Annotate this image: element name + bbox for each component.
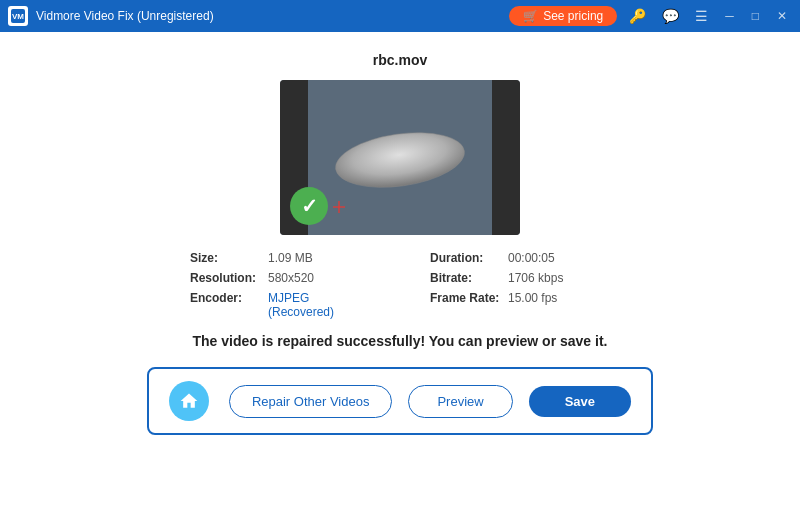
main-content: rbc.mov xyxy=(0,32,800,519)
resolution-value: 580x520 xyxy=(268,271,314,285)
app-title: Vidmore Video Fix (Unregistered) xyxy=(36,9,214,23)
cursor-icon xyxy=(333,201,345,213)
framerate-label: Frame Rate: xyxy=(430,291,502,305)
duration-value: 00:00:05 xyxy=(508,251,555,265)
home-button[interactable] xyxy=(169,381,209,421)
video-info-grid: Size: 1.09 MB Duration: 00:00:05 Resolut… xyxy=(190,251,610,319)
preview-button[interactable]: Preview xyxy=(408,385,512,418)
video-thumbnail-wrapper xyxy=(280,80,520,235)
size-value: 1.09 MB xyxy=(268,251,313,265)
title-bar-right: 🛒 See pricing 🔑 💬 ☰ ─ □ ✕ xyxy=(509,6,792,26)
success-message: The video is repaired successfully! You … xyxy=(193,333,608,349)
menu-icon[interactable]: ☰ xyxy=(691,6,712,26)
size-row: Size: 1.09 MB xyxy=(190,251,370,265)
bitrate-label: Bitrate: xyxy=(430,271,502,285)
repair-other-button[interactable]: Repair Other Videos xyxy=(229,385,393,418)
resolution-label: Resolution: xyxy=(190,271,262,285)
minimize-button[interactable]: ─ xyxy=(720,7,739,25)
action-bar: Repair Other Videos Preview Save xyxy=(147,367,653,435)
cart-icon: 🛒 xyxy=(523,9,538,23)
video-filename: rbc.mov xyxy=(373,52,427,68)
framerate-row: Frame Rate: 15.00 fps xyxy=(430,291,610,319)
video-preview-blob xyxy=(320,118,480,198)
framerate-value: 15.00 fps xyxy=(508,291,557,305)
bitrate-value: 1706 kbps xyxy=(508,271,563,285)
title-bar: VM Vidmore Video Fix (Unregistered) 🛒 Se… xyxy=(0,0,800,32)
bitrate-row: Bitrate: 1706 kbps xyxy=(430,271,610,285)
encoder-label: Encoder: xyxy=(190,291,262,305)
encoder-value: MJPEG (Recovered) xyxy=(268,291,370,319)
home-icon xyxy=(179,391,199,411)
size-label: Size: xyxy=(190,251,262,265)
app-logo: VM xyxy=(8,6,28,26)
resolution-row: Resolution: 580x520 xyxy=(190,271,370,285)
duration-row: Duration: 00:00:05 xyxy=(430,251,610,265)
svg-point-2 xyxy=(332,125,468,195)
success-badge xyxy=(290,187,328,225)
close-button[interactable]: ✕ xyxy=(772,7,792,25)
save-button[interactable]: Save xyxy=(529,386,631,417)
chat-icon[interactable]: 💬 xyxy=(658,6,683,26)
key-icon[interactable]: 🔑 xyxy=(625,6,650,26)
see-pricing-button[interactable]: 🛒 See pricing xyxy=(509,6,617,26)
encoder-row: Encoder: MJPEG (Recovered) xyxy=(190,291,370,319)
svg-text:VM: VM xyxy=(12,12,24,21)
maximize-button[interactable]: □ xyxy=(747,7,764,25)
pricing-label: See pricing xyxy=(543,9,603,23)
title-bar-left: VM Vidmore Video Fix (Unregistered) xyxy=(8,6,214,26)
duration-label: Duration: xyxy=(430,251,502,265)
